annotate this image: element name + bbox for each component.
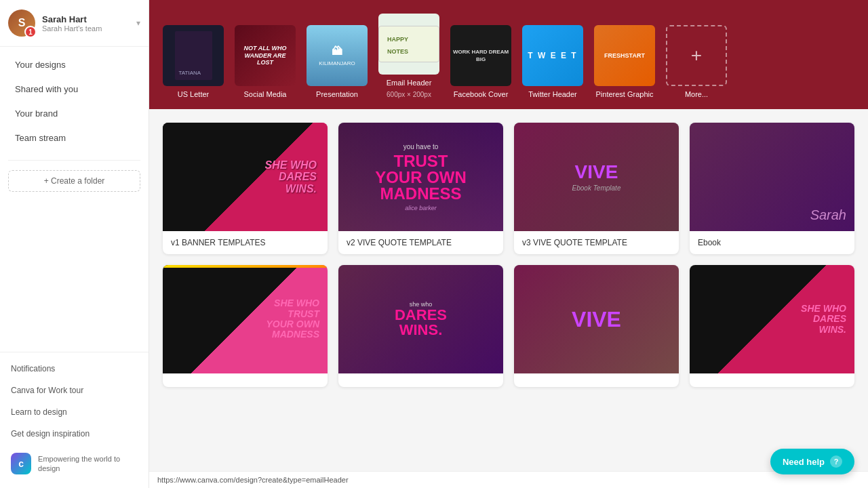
trust-v2-text: she who DARESWINS. <box>395 301 447 338</box>
sidebar-item-shared-with-you[interactable]: Shared with you <box>4 77 144 101</box>
design-thumb-vive-v2: you have to TRUSTYOUR OWNMADNESS alice b… <box>338 123 503 231</box>
design-label-banner-v2 <box>163 373 328 387</box>
template-label-more: More... <box>685 90 708 98</box>
sidebar-item-canva-tour[interactable]: Canva for Work tour <box>0 380 149 401</box>
design-card-trust-v2[interactable]: she who DARESWINS. <box>338 265 503 387</box>
canva-tagline: Empowering the world to design <box>38 454 138 474</box>
sidebar-label-your-brand: Your brand <box>15 108 58 119</box>
design-card-dares-v2[interactable]: she whoDARESWINS. <box>690 265 854 387</box>
template-type-social-media[interactable]: NOT ALL WHO WANDER ARE LOST Social Media <box>235 25 296 98</box>
template-type-email-header[interactable]: HAPPY NOTES Email Header 600px × 200px <box>378 14 439 98</box>
template-thumb-twitter-header: T W E E T <box>522 25 583 86</box>
template-type-pinterest-graphic[interactable]: FRESHSTART Pinterest Graphic <box>594 25 655 98</box>
notification-badge: 1 <box>24 26 37 38</box>
sidebar-label-notifications: Notifications <box>11 364 55 373</box>
design-thumb-dares-v2: she whoDARESWINS. <box>690 265 854 373</box>
social-media-text: NOT ALL WHO WANDER ARE LOST <box>240 45 290 66</box>
need-help-button[interactable]: Need help ? <box>770 449 854 474</box>
design-thumb-vive-v3: VIVE Ebook Template <box>514 123 679 231</box>
template-label-twitter-header: Twitter Header <box>528 90 577 98</box>
vive-v3-main: VIVE <box>572 163 621 182</box>
sidebar-item-notifications[interactable]: Notifications <box>0 358 149 380</box>
sidebar-bottom: Notifications Canva for Work tour Learn … <box>0 352 149 488</box>
design-card-banner-v2[interactable]: she whoTRUSTYOUR OWNMADNESS <box>163 265 328 387</box>
sidebar-label-shared-with-you: Shared with you <box>15 84 78 94</box>
banner-v2-label: she whoTRUSTYOUR OWNMADNESS <box>266 298 319 340</box>
user-info: Sarah Hart Sarah Hart's team <box>42 14 136 33</box>
need-help-label: Need help <box>783 457 825 467</box>
user-name: Sarah Hart <box>42 14 136 24</box>
sidebar-item-design-inspiration[interactable]: Get design inspiration <box>0 423 149 445</box>
ebook-signature: Sarah <box>810 207 846 223</box>
pinterest-bg: FRESHSTART <box>594 25 655 86</box>
sidebar-label-your-designs: Your designs <box>15 60 66 70</box>
presentation-label: KILIMANJARO <box>319 60 355 66</box>
template-thumb-more: + <box>666 25 727 86</box>
chevron-down-icon: ▾ <box>136 18 140 28</box>
vive-v2-attr: alice barker <box>375 205 467 211</box>
design-label-vive-v2: v2 VIVE QUOTE TEMPLATE <box>338 231 503 254</box>
dares-v2-text: she whoDARESWINS. <box>793 296 854 343</box>
design-thumb-banner: she whoDARESWINS. <box>163 123 328 231</box>
template-type-twitter-header[interactable]: T W E E T Twitter Header <box>522 25 583 98</box>
design-card-banner-templates[interactable]: she whoDARESWINS. v1 BANNER TEMPLATES <box>163 123 328 254</box>
email-thumb-text: HAPPY NOTES <box>387 36 408 55</box>
template-label-pinterest: Pinterest Graphic <box>596 90 654 98</box>
template-type-facebook-cover[interactable]: WORK HARD DREAM BIG Facebook Cover <box>450 25 511 98</box>
twitter-text: T W E E T <box>528 51 577 60</box>
create-folder-button[interactable]: + Create a folder <box>8 170 140 192</box>
social-media-bg: NOT ALL WHO WANDER ARE LOST <box>235 25 296 86</box>
sidebar: S 1 Sarah Hart Sarah Hart's team ▾ Your … <box>0 0 149 488</box>
design-thumb-vive-v2-b: VIVE <box>514 265 679 373</box>
presentation-content: 🏔 KILIMANJARO <box>319 45 355 66</box>
banner-v2-stripe <box>163 265 328 268</box>
design-scroll-area: she whoDARESWINS. v1 BANNER TEMPLATES yo… <box>149 109 868 471</box>
dares-v2-label: she whoDARESWINS. <box>801 304 846 335</box>
user-menu[interactable]: S 1 Sarah Hart Sarah Hart's team ▾ <box>0 0 149 47</box>
sidebar-item-your-brand[interactable]: Your brand <box>4 102 144 125</box>
design-card-vive-quote-v2[interactable]: you have to TRUSTYOUR OWNMADNESS alice b… <box>338 123 503 254</box>
sidebar-divider <box>8 160 140 161</box>
help-icon: ? <box>830 455 842 468</box>
design-thumb-banner-v2: she whoTRUSTYOUR OWNMADNESS <box>163 265 328 373</box>
plus-icon: + <box>691 45 702 66</box>
template-label-facebook-cover: Facebook Cover <box>454 90 509 98</box>
template-type-presentation[interactable]: 🏔 KILIMANJARO Presentation <box>307 25 368 98</box>
avatar-wrapper: S 1 <box>8 9 35 37</box>
design-label-banner: v1 BANNER TEMPLATES <box>163 231 328 254</box>
design-card-vive-quote-v3[interactable]: VIVE Ebook Template v3 VIVE QUOTE TEMPLA… <box>514 123 679 254</box>
template-thumb-pinterest: FRESHSTART <box>594 25 655 86</box>
us-letter-text: TATIANA <box>179 70 201 76</box>
sidebar-item-your-designs[interactable]: Your designs <box>4 53 144 77</box>
presentation-mountain-icon: 🏔 <box>319 45 355 58</box>
presentation-bg: 🏔 KILIMANJARO <box>307 25 368 86</box>
template-types-row: TATIANA US Letter NOT ALL WHO WANDER ARE… <box>149 0 868 109</box>
design-thumb-ebook: Sarah <box>690 123 854 231</box>
us-letter-bg: TATIANA <box>163 25 224 86</box>
canva-logo: c <box>11 453 31 474</box>
trust-v2-big: DARESWINS. <box>395 308 447 338</box>
template-thumb-social-media: NOT ALL WHO WANDER ARE LOST <box>235 25 296 86</box>
main-content: TATIANA US Letter NOT ALL WHO WANDER ARE… <box>149 0 868 488</box>
sidebar-label-team-stream: Team stream <box>15 133 66 143</box>
facebook-text: WORK HARD DREAM BIG <box>450 48 511 63</box>
email-thumb-bg: HAPPY NOTES <box>378 14 439 75</box>
facebook-bg: WORK HARD DREAM BIG <box>450 25 511 86</box>
email-thumb-card: HAPPY NOTES <box>378 26 439 62</box>
design-label-ebook: Ebook <box>690 231 854 254</box>
template-type-us-letter[interactable]: TATIANA US Letter <box>163 25 224 98</box>
user-team: Sarah Hart's team <box>42 24 136 33</box>
sidebar-item-learn-design[interactable]: Learn to design <box>0 401 149 423</box>
template-thumb-email-header: HAPPY NOTES <box>378 14 439 75</box>
design-label-trust-v2 <box>338 373 503 387</box>
design-label-dares-v2 <box>690 373 854 387</box>
design-card-ebook[interactable]: Sarah Ebook <box>690 123 854 254</box>
template-thumb-facebook-cover: WORK HARD DREAM BIG <box>450 25 511 86</box>
design-card-vive-v2-b[interactable]: VIVE <box>514 265 679 387</box>
template-type-more[interactable]: + More... <box>666 25 727 98</box>
template-label-us-letter: US Letter <box>178 90 209 98</box>
template-thumb-presentation: 🏔 KILIMANJARO <box>307 25 368 86</box>
sidebar-item-team-stream[interactable]: Team stream <box>4 126 144 150</box>
sidebar-label-canva-tour: Canva for Work tour <box>11 386 83 395</box>
vive-v2b-content: VIVE <box>572 307 621 332</box>
